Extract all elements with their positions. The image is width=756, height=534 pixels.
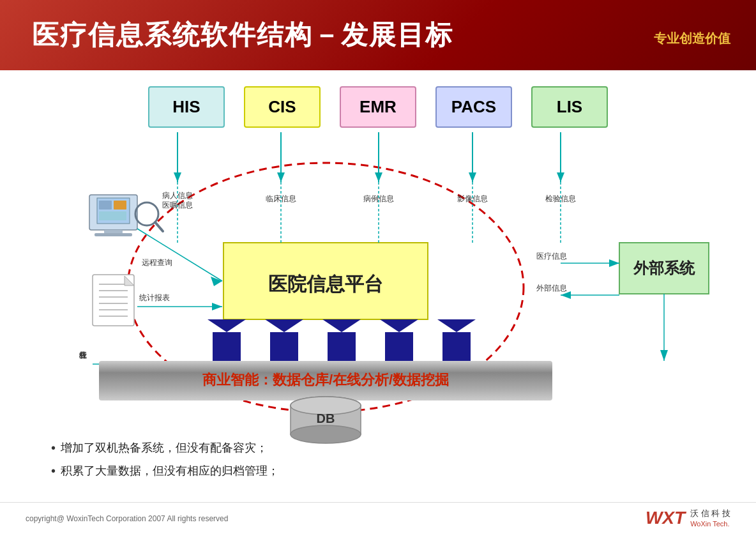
svg-marker-59 bbox=[125, 276, 134, 286]
system-boxes-row: HIS CIS EMR PACS LIS bbox=[0, 86, 756, 128]
bullets-section: • 增加了双机热备系统，但没有配备容灾； • 积累了大量数据，但没有相应的归档管… bbox=[51, 440, 705, 486]
bullet-item-2: • 积累了大量数据，但没有相应的归档管理； bbox=[51, 463, 705, 478]
svg-marker-30 bbox=[380, 319, 418, 332]
svg-point-0 bbox=[128, 163, 524, 412]
svg-marker-12 bbox=[557, 172, 564, 182]
svg-marker-4 bbox=[174, 172, 181, 182]
svg-marker-70 bbox=[609, 259, 619, 267]
logo-en: WoXin Tech. bbox=[690, 519, 730, 529]
bullet-dot-2: • bbox=[51, 463, 56, 478]
system-box-cis: CIS bbox=[244, 86, 321, 128]
svg-rect-47 bbox=[99, 211, 126, 220]
svg-rect-27 bbox=[270, 332, 298, 364]
svg-rect-46 bbox=[114, 201, 126, 210]
svg-text:统计报表: 统计报表 bbox=[139, 293, 170, 302]
svg-marker-32 bbox=[437, 319, 476, 332]
header-subtitle: 专业创造价值 bbox=[654, 30, 730, 47]
svg-text:外部信息: 外部信息 bbox=[536, 284, 567, 293]
svg-point-39 bbox=[291, 397, 361, 415]
copyright-text: copyright@ WoxinTech Corporation 2007 Al… bbox=[26, 514, 228, 523]
svg-rect-52 bbox=[93, 275, 134, 326]
svg-text:医疗信息: 医疗信息 bbox=[536, 252, 567, 261]
svg-marker-61 bbox=[211, 277, 222, 286]
svg-rect-31 bbox=[385, 332, 413, 364]
system-box-pacs: PACS bbox=[435, 86, 512, 128]
svg-rect-33 bbox=[442, 332, 471, 364]
company-logo: WXT 沃 信 科 技 WoXin Tech. bbox=[646, 508, 730, 530]
svg-rect-25 bbox=[213, 332, 241, 364]
svg-rect-49 bbox=[94, 233, 132, 236]
svg-point-36 bbox=[291, 397, 361, 415]
svg-marker-26 bbox=[265, 319, 303, 332]
footer: copyright@ WoxinTech Corporation 2007 Al… bbox=[0, 502, 756, 534]
svg-marker-73 bbox=[561, 291, 571, 299]
svg-text:临床信息: 临床信息 bbox=[266, 194, 296, 203]
svg-rect-34 bbox=[99, 361, 552, 400]
svg-marker-64 bbox=[212, 303, 222, 310]
main-content: HIS CIS EMR PACS LIS 医院信息平台 bbox=[0, 70, 756, 534]
svg-line-60 bbox=[137, 229, 222, 281]
system-box-his: HIS bbox=[148, 86, 225, 128]
svg-text:在线分析: 在线分析 bbox=[79, 351, 87, 359]
svg-text:病例信息: 病例信息 bbox=[363, 194, 394, 203]
header: 医疗信息系统软件结构－发展目标 专业创造价值 bbox=[0, 0, 756, 70]
svg-text:外部系统: 外部系统 bbox=[633, 259, 695, 277]
svg-marker-8 bbox=[375, 172, 382, 182]
svg-point-50 bbox=[135, 202, 158, 225]
svg-rect-44 bbox=[97, 198, 130, 224]
svg-rect-48 bbox=[104, 230, 123, 234]
system-box-emr: EMR bbox=[340, 86, 416, 128]
svg-text:医院信息平台: 医院信息平台 bbox=[268, 273, 383, 294]
svg-text:远程查询: 远程查询 bbox=[142, 258, 172, 267]
bullet-item-1: • 增加了双机热备系统，但没有配备容灾； bbox=[51, 440, 705, 455]
svg-text:医嘱信息: 医嘱信息 bbox=[162, 201, 193, 210]
svg-rect-43 bbox=[89, 195, 137, 230]
bullet-dot-1: • bbox=[51, 440, 56, 455]
svg-text:DB: DB bbox=[317, 411, 335, 425]
page-title: 医疗信息系统软件结构－发展目标 bbox=[32, 17, 453, 53]
svg-marker-28 bbox=[322, 319, 361, 332]
svg-text:商业智能：数据仓库/在线分析/数据挖掘: 商业智能：数据仓库/在线分析/数据挖掘 bbox=[202, 372, 449, 388]
svg-rect-45 bbox=[99, 201, 112, 210]
svg-marker-24 bbox=[208, 319, 246, 332]
svg-line-51 bbox=[155, 222, 163, 231]
svg-marker-10 bbox=[469, 172, 476, 182]
system-box-lis: LIS bbox=[531, 86, 608, 128]
svg-text:检验信息: 检验信息 bbox=[545, 194, 576, 203]
svg-rect-37 bbox=[291, 406, 361, 434]
logo-cn: 沃 信 科 技 bbox=[690, 508, 730, 519]
svg-text:病人信息: 病人信息 bbox=[162, 191, 193, 200]
svg-marker-6 bbox=[277, 172, 285, 182]
svg-rect-1 bbox=[223, 243, 428, 319]
svg-marker-75 bbox=[660, 350, 668, 361]
svg-text:影像信息: 影像信息 bbox=[457, 194, 488, 203]
logo-wxt: WXT bbox=[646, 508, 685, 528]
svg-rect-41 bbox=[619, 243, 709, 294]
svg-rect-29 bbox=[328, 332, 356, 364]
